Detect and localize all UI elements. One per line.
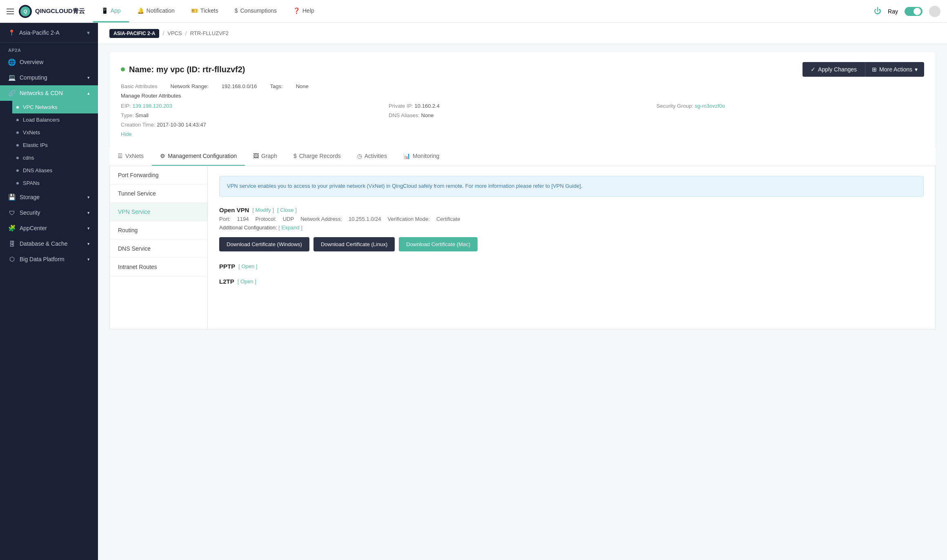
vpc-title: Name: my vpc (ID: rtr-flluzvf2)	[129, 65, 245, 74]
pptp-section: PPTP [ Open ]	[219, 263, 924, 270]
verification-value: Certificate	[436, 216, 460, 222]
apply-changes-button[interactable]: ✓ Apply Changes	[803, 62, 865, 77]
menu-toggle[interactable]	[7, 9, 14, 14]
sidebar-region: AP2A	[0, 43, 98, 54]
protocol-label: Protocol:	[255, 216, 276, 222]
security-group-link[interactable]: sg-m3ovzf0o	[695, 103, 725, 109]
l2tp-label: L2TP	[219, 278, 234, 285]
avatar[interactable]	[929, 6, 940, 17]
breadcrumb-region: ASIA-PACIFIC 2-A	[109, 29, 159, 38]
sidebar-item-database[interactable]: Database & Cache	[0, 236, 98, 251]
sidebar-item-bigdata[interactable]: Big Data Platform	[0, 251, 98, 267]
tab-management-config[interactable]: ⚙ Management Configuration	[152, 147, 245, 166]
dot-icon	[16, 106, 19, 109]
modify-link[interactable]: [ Modify ]	[252, 207, 274, 213]
basic-attrs-label: Basic Attributes	[121, 83, 158, 89]
manage-label: Manage Router Attributes	[121, 93, 924, 99]
globe-icon	[8, 58, 16, 66]
tabs-bar: ☰ VxNets ⚙ Management Configuration 🖼 Gr…	[109, 147, 936, 166]
security-group-row: Security Group: sg-m3ovzf0o	[656, 103, 924, 109]
tab-help[interactable]: ❓ Help	[285, 0, 322, 22]
caret-icon: ▾	[915, 66, 918, 73]
sidebar-item-computing[interactable]: Computing	[0, 70, 98, 85]
dollar-icon: $	[235, 7, 238, 14]
l2tp-open-link[interactable]: [ Open ]	[238, 278, 256, 284]
sidebar-item-spans[interactable]: SPANs	[12, 177, 98, 189]
vpc-title-row: Name: my vpc (ID: rtr-flluzvf2)	[121, 65, 245, 74]
tab-consumptions[interactable]: $ Consumptions	[227, 0, 285, 22]
chevron-down-icon	[87, 195, 90, 200]
pptp-open-link[interactable]: [ Open ]	[238, 263, 257, 269]
menu-intranet-routes[interactable]: Intranet Routes	[110, 258, 207, 276]
cert-linux-button[interactable]: Download Certificate (Linux)	[313, 237, 395, 251]
pptp-label: PPTP	[219, 263, 235, 270]
menu-dns-service[interactable]: DNS Service	[110, 240, 207, 258]
sidebar-item-networks-cdn[interactable]: Networks & CDN ▴	[0, 85, 98, 101]
sidebar-item-vpc-networks[interactable]: VPC Networks	[12, 101, 98, 113]
menu-tunnel-service[interactable]: Tunnel Service	[110, 184, 207, 203]
tab-vxnets[interactable]: ☰ VxNets	[109, 147, 152, 166]
dot-icon	[16, 144, 19, 147]
phone-icon: 📱	[101, 7, 108, 14]
network-icon	[8, 89, 16, 97]
protocol-value: UDP	[283, 216, 294, 222]
region-caret[interactable]: ▾	[87, 29, 90, 36]
sidebar-item-load-balancers[interactable]: Load Balancers	[12, 113, 98, 126]
sidebar-item-security[interactable]: Security	[0, 205, 98, 220]
type-value: Small	[135, 112, 149, 118]
expand-link[interactable]: [ Expand ]	[278, 224, 302, 231]
graph-icon: 🖼	[253, 153, 259, 159]
grid-icon: ⊞	[872, 66, 877, 73]
hide-link[interactable]: Hide	[121, 131, 132, 137]
sidebar-item-vxnets[interactable]: VxNets	[12, 126, 98, 139]
dot-icon	[16, 169, 19, 172]
close-link[interactable]: [ Close ]	[277, 207, 297, 213]
eip-link[interactable]: 139.198.120.203	[132, 103, 172, 109]
vpn-info-banner: VPN service enables you to access to you…	[219, 176, 924, 197]
sidebar-item-appcenter[interactable]: AppCenter	[0, 220, 98, 236]
monitor-icon: 📊	[403, 153, 410, 159]
chevron-up-icon: ▴	[87, 91, 90, 96]
sidebar-item-storage[interactable]: Storage	[0, 189, 98, 205]
tab-app[interactable]: 📱 App	[93, 0, 129, 22]
sidebar-item-dns-aliases[interactable]: DNS Aliases	[12, 164, 98, 177]
menu-vpn-service[interactable]: VPN Service	[110, 203, 207, 221]
breadcrumb-rtr[interactable]: RTR-FLLUZVF2	[190, 30, 229, 36]
cert-mac-button[interactable]: Download Certificate (Mac)	[399, 237, 478, 251]
network-address-label: Network Address:	[300, 216, 342, 222]
breadcrumb-vpcs[interactable]: VPCS	[167, 30, 182, 36]
charge-dollar-icon: $	[293, 153, 297, 159]
vpn-toggle[interactable]	[905, 7, 923, 16]
creation-row: Creation Time: 2017-10-30 14:43:47	[121, 122, 389, 128]
tab-tickets[interactable]: 🎫 Tickets	[183, 0, 227, 22]
l2tp-section: L2TP [ Open ]	[219, 278, 924, 285]
private-ip-row: Private IP: 10.160.2.4	[389, 103, 656, 109]
left-menu: Port Forwarding Tunnel Service VPN Servi…	[110, 166, 208, 329]
open-vpn-label: Open VPN	[219, 207, 249, 213]
help-icon: ❓	[293, 7, 300, 14]
sidebar-item-overview[interactable]: Overview	[0, 54, 98, 70]
tab-graph[interactable]: 🖼 Graph	[245, 147, 285, 166]
eip-row: EIP: 139.198.120.203	[121, 103, 389, 109]
dot-icon	[16, 157, 19, 159]
network-address-value: 10.255.1.0/24	[349, 216, 381, 222]
menu-port-forwarding[interactable]: Port Forwarding	[110, 166, 207, 184]
sidebar-item-elastic-ips[interactable]: Elastic IPs	[12, 139, 98, 151]
activities-icon: ◷	[357, 153, 362, 159]
sidebar: 📍 Asia-Pacific 2-A ▾ AP2A Overview Compu…	[0, 23, 98, 560]
power-icon[interactable]: ⏻	[874, 7, 881, 16]
sidebar-item-cdns[interactable]: cdns	[12, 151, 98, 164]
tab-charge-records[interactable]: $ Charge Records	[285, 147, 349, 166]
tab-monitoring[interactable]: 📊 Monitoring	[395, 147, 447, 166]
logo-text: QINGCLOUD青云	[35, 7, 85, 15]
tab-activities[interactable]: ◷ Activities	[349, 147, 395, 166]
check-icon: ✓	[811, 66, 816, 73]
tab-notification[interactable]: 🔔 Notification	[129, 0, 183, 22]
more-actions-button[interactable]: ⊞ More Actions ▾	[865, 62, 924, 77]
chevron-down-icon	[87, 75, 90, 80]
nav-right: ⏻ Ray	[874, 6, 940, 17]
cert-windows-button[interactable]: Download Certificate (Windows)	[219, 237, 309, 251]
port-value: 1194	[237, 216, 249, 222]
menu-routing[interactable]: Routing	[110, 221, 207, 240]
user-name[interactable]: Ray	[888, 8, 898, 15]
